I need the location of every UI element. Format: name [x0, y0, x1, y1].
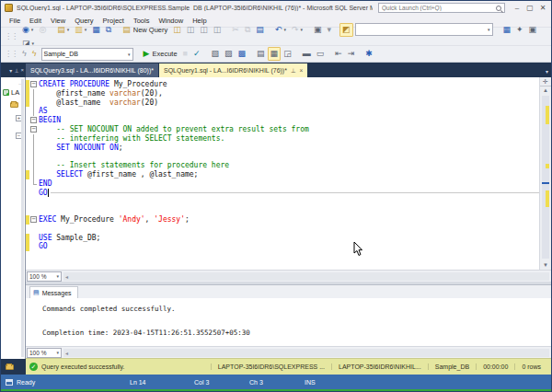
new-analysis-xmla-query-button[interactable]: ◫: [211, 23, 224, 37]
messages-horizontal-scrollbar[interactable]: ◂: [63, 349, 549, 357]
token: AS: [39, 107, 48, 115]
find-in-files-button[interactable]: ▣: [311, 23, 325, 37]
database-combobox[interactable]: Sample_DB▾: [41, 48, 133, 61]
new-analysis-mdx-query-button[interactable]: ◫: [184, 23, 198, 37]
editor-horizontal-scrollbar[interactable]: ◂: [63, 272, 549, 281]
object-explorer-tree[interactable]: ‥ LA+−: [1, 77, 26, 359]
decrease-indent-button[interactable]: ⇤: [332, 47, 345, 61]
template-parameters-button[interactable]: ◩: [339, 23, 353, 37]
code-line-19[interactable]: GO: [26, 242, 539, 251]
code-line-17[interactable]: [26, 225, 539, 234]
query-options-button[interactable]: ▨: [222, 47, 236, 61]
code-line-2[interactable]: @first_name varchar(20),: [26, 89, 539, 98]
open-file-button[interactable]: ▥▾: [72, 23, 89, 37]
document-list-chevron-icon[interactable]: ▾: [546, 68, 548, 75]
navigate-backward-button[interactable]: ◉▾: [19, 23, 36, 37]
close-icon[interactable]: ×: [20, 67, 24, 73]
results-to-file-button[interactable]: ◲: [281, 47, 294, 61]
code-line-11[interactable]: SELECT @first_name , @last_name;: [26, 170, 539, 179]
maximize-button[interactable]: ▢: [523, 2, 536, 14]
code-line-4[interactable]: AS: [26, 107, 539, 116]
sql-editor[interactable]: −CREATE PROCEDURE My_Procedure @first_na…: [26, 77, 551, 270]
editor-zoom-select[interactable]: 100 %▾: [27, 271, 62, 282]
code-line-5[interactable]: −BEGIN: [26, 116, 539, 125]
code-line-6[interactable]: − -- SET NOCOUNT ON added to prevent ext…: [26, 125, 539, 134]
code-line-13[interactable]: GO: [26, 189, 539, 198]
save-all-button[interactable]: ⧉: [103, 23, 114, 37]
paste-button[interactable]: ▤: [253, 23, 267, 37]
code-line-9[interactable]: [26, 152, 539, 161]
connect-button[interactable]: ϟ: [19, 47, 29, 61]
minimize-button[interactable]: –: [511, 2, 523, 14]
code-line-10[interactable]: -- Insert statements for procedure here: [26, 161, 539, 170]
pin-icon[interactable]: ⊥: [14, 67, 18, 74]
folding-margin: [29, 206, 39, 215]
tab-label: SQLQuery3.sql - LA...I6IDR6\NIKHIL (80))…: [30, 67, 154, 74]
tools-wrench-button[interactable]: ✦: [513, 23, 526, 37]
close-button[interactable]: ✕: [536, 2, 549, 14]
collapse-region-icon[interactable]: −: [30, 81, 37, 87]
results-to-grid-button[interactable]: ▦: [268, 47, 282, 61]
undo-button[interactable]: ↶▾: [272, 23, 289, 37]
code-line-12[interactable]: END: [26, 179, 539, 189]
editor-vertical-scrollbar[interactable]: ✛ ▲ ▼: [539, 77, 551, 270]
code-line-16[interactable]: −EXEC My_Procedure 'Andy', 'Jessy';: [26, 215, 539, 225]
collapse-region-icon[interactable]: −: [30, 117, 37, 123]
comment-button[interactable]: ▬: [300, 47, 314, 61]
object-explorer-scrollbar[interactable]: [21, 79, 24, 357]
scroll-left-icon[interactable]: ◂: [63, 273, 70, 280]
save-button[interactable]: ▦: [89, 23, 103, 37]
code-line-3[interactable]: @last_name varchar(20): [26, 98, 539, 108]
database-combobox-value: Sample_DB: [44, 51, 78, 57]
find-dropdown-button[interactable]: ▾: [324, 23, 334, 37]
parse-button[interactable]: ✓: [190, 47, 203, 61]
code-line-14[interactable]: [26, 197, 539, 206]
new-database-engine-query-icon: ◫: [173, 26, 181, 34]
execute-button[interactable]: ▶Execute: [141, 47, 180, 61]
messages-bottom-bar: 100 %▾ ◂: [26, 346, 551, 358]
intellisense-button[interactable]: ▩: [236, 47, 249, 61]
toolbox-button[interactable]: ▣: [526, 23, 540, 37]
quick-launch-input[interactable]: [382, 5, 496, 11]
template-values-button[interactable]: ✱: [362, 47, 375, 61]
code-line-18[interactable]: USE Sample_DB;: [26, 234, 539, 243]
properties-window-button[interactable]: ▦: [500, 23, 514, 37]
collapse-region-icon[interactable]: −: [30, 126, 37, 133]
new-database-engine-query-button[interactable]: ◫: [170, 23, 184, 37]
splitter-handle-icon[interactable]: ✛: [540, 77, 551, 86]
scroll-left-icon[interactable]: ◂: [63, 350, 70, 356]
token: (20),: [141, 89, 163, 98]
uncomment-button[interactable]: ▭: [314, 47, 328, 61]
chevron-down-icon[interactable]: ▾: [9, 67, 12, 74]
increase-indent-button[interactable]: ⇥: [345, 47, 358, 61]
code-line-7[interactable]: -- interfering with SELECT statements.: [26, 134, 539, 144]
new-file-button[interactable]: ▤▾: [54, 23, 72, 37]
tab-messages[interactable]: ▤ Messages: [29, 286, 78, 298]
new-query-icon: ▤: [122, 26, 131, 34]
folding-margin[interactable]: −: [29, 125, 39, 134]
folding-margin[interactable]: −: [29, 215, 39, 225]
results-to-text-button[interactable]: ▤: [254, 47, 268, 61]
pin-icon[interactable]: ⊥: [291, 67, 296, 75]
new-query-button[interactable]: ▤New Query: [120, 23, 170, 37]
code-line-15[interactable]: [26, 206, 539, 215]
collapse-region-icon[interactable]: −: [30, 216, 37, 223]
increase-indent-icon: ⇥: [348, 50, 355, 58]
code-text: @first_name varchar(20),: [39, 89, 163, 98]
change-connection-button[interactable]: ϟ: [29, 47, 40, 61]
scroll-down-icon[interactable]: ▼: [540, 262, 551, 268]
find-combobox[interactable]: ▾: [355, 23, 493, 36]
display-estimated-plan-button[interactable]: ▧: [209, 47, 223, 61]
scroll-up-icon[interactable]: ▲: [540, 87, 551, 93]
cut-icon: ✂: [232, 26, 239, 34]
document-tab-2[interactable]: SQLQuery1.sql - LA...I6IDR6\NIKHIL (76))…: [159, 63, 307, 77]
document-tab-1[interactable]: SQLQuery3.sql - LA...I6IDR6\NIKHIL (80))…: [26, 63, 158, 77]
close-icon[interactable]: ×: [300, 67, 304, 74]
quick-launch-box[interactable]: [378, 3, 505, 13]
messages-zoom-select[interactable]: 100 %▾: [27, 348, 62, 358]
folding-margin[interactable]: −: [29, 116, 39, 125]
code-line-8[interactable]: SET NOCOUNT ON;: [26, 144, 539, 153]
folding-margin[interactable]: −: [29, 80, 39, 89]
new-analysis-dmx-query-button[interactable]: ◫: [197, 23, 211, 37]
code-line-1[interactable]: −CREATE PROCEDURE My_Procedure: [26, 80, 539, 89]
